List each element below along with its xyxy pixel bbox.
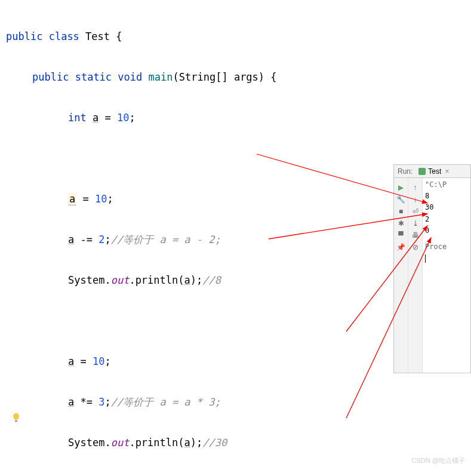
system-ref: System. <box>68 274 111 286</box>
brace: { <box>110 30 122 42</box>
keyword-void: void <box>118 71 142 83</box>
number: 10 <box>95 193 107 205</box>
keyword-static: static <box>75 71 112 83</box>
var-a: a <box>93 112 98 124</box>
number: 10 <box>93 355 104 367</box>
cursor-caret <box>425 254 426 263</box>
softwrap-icon[interactable]: ⏎ <box>411 207 420 216</box>
wrench-icon[interactable]: 🔧 <box>396 195 406 204</box>
var-a: a <box>68 396 74 408</box>
scroll-icon[interactable]: ⤓ <box>411 219 420 228</box>
keyword-class: class <box>49 30 79 42</box>
svg-rect-0 <box>15 420 17 422</box>
number: 3 <box>98 396 104 408</box>
type-string: String <box>179 71 216 83</box>
up-icon[interactable]: ↑ <box>411 183 420 192</box>
run-label: Run: <box>398 167 412 176</box>
comment: //8 <box>202 274 221 286</box>
pin-icon[interactable]: 📌 <box>396 242 406 252</box>
output-line: 0 <box>425 225 468 237</box>
stop-icon[interactable]: ■ <box>396 207 406 216</box>
run-toolbar-right: ↑ ↓ ⏎ ⤓ 🖶 ⊘ <box>408 178 423 373</box>
number: 10 <box>117 112 129 124</box>
watermark: CSDN @吃点橘子 <box>412 456 465 465</box>
var-a-highlighted: a <box>68 193 76 205</box>
comment: //等价于 a = a - 2; <box>111 234 221 245</box>
run-config-icon <box>418 168 426 175</box>
close-icon[interactable]: × <box>445 167 449 176</box>
output-line: 30 <box>425 202 468 213</box>
run-panel-header: Run: Test × <box>394 165 470 178</box>
run-tab[interactable]: Test × <box>418 167 449 176</box>
bug-icon[interactable]: ✱ <box>396 219 406 228</box>
down-icon[interactable]: ↓ <box>411 195 420 204</box>
lightbulb-icon[interactable] <box>12 412 20 424</box>
print-icon[interactable]: 🖶 <box>411 231 420 240</box>
number: 2 <box>98 234 104 245</box>
keyword-public: public <box>6 30 42 42</box>
layout-icon[interactable]: ▀ <box>396 231 406 240</box>
clear-icon[interactable]: ⊘ <box>411 242 420 252</box>
rerun-icon[interactable]: ▶ <box>396 183 406 192</box>
comment: //等价于 a = a * 3; <box>111 396 221 408</box>
var-a: a <box>68 355 74 367</box>
output-line: 2 <box>425 214 468 225</box>
var-a: a <box>68 234 74 245</box>
run-panel: Run: Test × ▶ 🔧 ■ ✱ ▀ 📌 ↑ ↓ ⏎ ⤓ 🖶 ⊘ "C:\… <box>393 164 471 373</box>
out-field: out <box>111 274 130 286</box>
var-a: a <box>184 437 190 449</box>
class-name: Test <box>85 30 110 42</box>
comment: //30 <box>202 437 227 449</box>
arg-args: args <box>234 71 258 83</box>
var-a: a <box>184 274 190 286</box>
keyword-public: public <box>32 71 69 83</box>
console-output[interactable]: "C:\P 8 30 2 0 Proce <box>423 178 470 373</box>
output-path: "C:\P <box>425 179 468 191</box>
method-main: main <box>149 71 173 83</box>
output-line: 8 <box>425 191 468 202</box>
keyword-int: int <box>68 112 87 124</box>
run-tab-name: Test <box>428 167 441 176</box>
out-field: out <box>111 437 130 449</box>
output-process: Proce <box>425 241 468 253</box>
run-toolbar-left: ▶ 🔧 ■ ✱ ▀ 📌 <box>394 178 408 373</box>
println-call: println <box>136 437 178 449</box>
system-ref: System. <box>68 437 111 449</box>
println-call: println <box>136 274 178 286</box>
